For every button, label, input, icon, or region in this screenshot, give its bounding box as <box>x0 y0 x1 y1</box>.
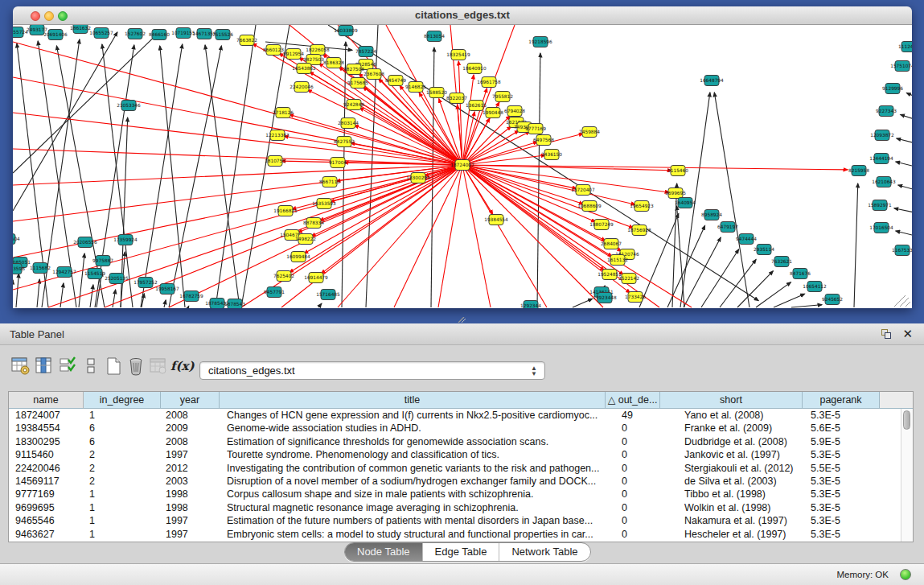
graph-node[interactable]: 20206556 <box>73 237 97 248</box>
canvas-resize-grip[interactable] <box>894 295 906 307</box>
column-header-pagerank[interactable]: pagerank <box>803 392 880 409</box>
graph-node[interactable]: 12444194 <box>869 154 893 164</box>
graph-node[interactable]: 19384554 <box>484 215 508 225</box>
graph-node[interactable]: 2436150 <box>541 150 562 160</box>
graph-node[interactable]: 1861632 <box>70 25 91 34</box>
graph-node[interactable]: 18640910 <box>462 64 487 74</box>
column-header-in_degree[interactable]: in_degree <box>84 392 161 409</box>
graph-node[interactable]: 1588520 <box>426 88 447 98</box>
table-row[interactable]: 1938455462009Genome-wide association stu… <box>9 422 901 435</box>
graph-node[interactable]: 15716485 <box>316 290 340 300</box>
table-settings-icon[interactable] <box>11 356 31 376</box>
column-header-out_de[interactable]: △ out_de... <box>606 392 660 409</box>
table-selector-combo[interactable]: citations_edges.txt ▲▼ <box>199 361 545 380</box>
graph-node[interactable]: 6794028 <box>504 106 525 117</box>
graph-node[interactable]: 9129996 <box>882 84 903 94</box>
graph-node[interactable]: 2522142 <box>618 274 639 284</box>
graph-node[interactable]: 16099484 <box>286 252 310 262</box>
graph-node[interactable]: 9115460 <box>667 166 688 176</box>
graph-node[interactable]: 9777169 <box>525 124 546 134</box>
graph-node[interactable]: 2718126 <box>273 108 294 118</box>
graph-node[interactable]: 17957252 <box>133 278 158 288</box>
column-header-title[interactable]: title <box>220 392 606 409</box>
graph-node[interactable]: 1362615 <box>466 101 487 111</box>
graph-node[interactable]: 9242848 <box>343 100 364 110</box>
graph-node[interactable]: 18325419 <box>446 50 470 60</box>
graph-node[interactable]: 8813054 <box>424 31 445 42</box>
graph-node[interactable]: 2935114 <box>754 245 774 255</box>
graph-node[interactable]: 9245652 <box>822 295 843 305</box>
graph-node[interactable]: 1292344 <box>520 301 541 309</box>
graph-node[interactable]: 2684067 <box>601 239 622 249</box>
function-builder-icon[interactable]: f(x) <box>170 359 195 378</box>
graph-node[interactable]: 1810755 <box>265 156 285 167</box>
graph-node[interactable]: 8215958 <box>848 166 869 176</box>
graph-node[interactable]: 9227343 <box>876 106 897 117</box>
graph-node[interactable]: 1990448 <box>483 108 503 118</box>
graph-node[interactable]: 1615132 <box>607 255 628 266</box>
tab-edge-table[interactable]: Edge Table <box>422 543 499 561</box>
graph-node[interactable]: 8912954 <box>283 49 304 60</box>
graph-node[interactable]: 8186328 <box>323 58 344 68</box>
graph-node[interactable]: 9474444 <box>736 234 757 245</box>
select-columns-icon[interactable] <box>35 356 54 376</box>
graph-node[interactable]: 1154519 <box>84 269 105 279</box>
graph-node[interactable]: 10688609 <box>577 201 602 212</box>
graph-node[interactable]: 16961758 <box>477 77 501 88</box>
table-row[interactable]: 977716911998Corpus callosum shape and si… <box>9 488 901 501</box>
graph-node[interactable]: 16648794 <box>700 76 724 86</box>
graph-node[interactable]: 1878543 <box>224 299 245 309</box>
graph-node[interactable]: 19218596 <box>528 37 552 47</box>
graph-node[interactable]: 7515526 <box>212 30 233 40</box>
graph-node[interactable]: 19958167 <box>155 284 179 295</box>
scrollbar-thumb[interactable] <box>903 410 910 430</box>
table-row[interactable]: 1872400712008Changes of HCN gene express… <box>9 409 901 422</box>
graph-node[interactable]: 12093872 <box>870 130 894 141</box>
graph-node[interactable]: 19166825 <box>273 206 298 216</box>
graph-node[interactable]: 8958924 <box>701 210 722 220</box>
graph-node[interactable]: 8427552 <box>334 137 355 147</box>
select-rows-icon[interactable] <box>59 356 78 376</box>
table-row[interactable]: 969969511998Structural magnetic resonanc… <box>9 501 901 514</box>
column-header-year[interactable]: year <box>161 392 220 409</box>
graph-node[interactable]: 19654923 <box>630 201 654 212</box>
graph-node[interactable]: 6497568 <box>533 135 554 146</box>
table-row[interactable]: 2242004622012Investigating the contribut… <box>9 462 901 475</box>
graph-node[interactable]: 10654112 <box>803 282 827 292</box>
graph-node[interactable]: 8878334 <box>303 218 324 229</box>
graph-node[interactable]: 16210643 <box>872 177 896 187</box>
table-row[interactable]: 946554611997Estimation of the future num… <box>9 514 901 527</box>
tab-network-table[interactable]: Network Table <box>499 543 589 561</box>
graph-node[interactable]: 8322037 <box>446 93 467 104</box>
graph-node[interactable]: 7955812 <box>492 92 513 102</box>
graph-node[interactable]: 1498222 <box>295 234 316 245</box>
graph-node[interactable]: 12942757 <box>52 267 76 278</box>
graph-node[interactable]: 8660123 <box>263 45 284 56</box>
graph-node[interactable]: 7857224 <box>355 47 376 57</box>
merge-rows-icon[interactable] <box>82 356 101 376</box>
graph-node[interactable]: 7632621 <box>771 257 792 267</box>
table-row[interactable]: 946362711997Embryonic stem cells: a mode… <box>9 528 901 541</box>
create-table-icon[interactable] <box>105 356 124 376</box>
graph-node[interactable]: 2367608 <box>363 69 384 80</box>
graph-node[interactable]: 15751074 <box>890 61 912 72</box>
graph-node[interactable]: 15892971 <box>868 200 892 211</box>
graph-node[interactable]: 9175685 <box>347 78 368 89</box>
graph-node[interactable]: 9699695 <box>665 188 686 199</box>
canvas-resize-grip[interactable] <box>906 302 910 307</box>
graph-node[interactable]: 8471676 <box>790 269 811 279</box>
panel-resize-grip[interactable] <box>456 317 466 323</box>
graph-node[interactable]: 1527602 <box>125 29 146 39</box>
graph-node[interactable]: 16033809 <box>334 26 358 36</box>
graph-node[interactable]: 17016504 <box>869 223 893 233</box>
graph-node[interactable]: 9827508 <box>343 64 364 75</box>
graph-node[interactable]: 9975887 <box>92 256 113 266</box>
close-panel-icon[interactable]: ✕ <box>902 327 913 341</box>
graph-node[interactable]: 917004 <box>329 158 347 168</box>
table-row[interactable]: 1830029562008Estimation of significance … <box>9 435 901 448</box>
graph-node[interactable]: 8454749 <box>385 76 406 86</box>
graph-node[interactable]: 1733426 <box>625 292 646 303</box>
graph-node[interactable]: 1112405 <box>898 42 912 52</box>
window-titlebar[interactable]: citations_edges.txt <box>13 6 912 25</box>
graph-node[interactable]: 1115682 <box>30 263 51 274</box>
